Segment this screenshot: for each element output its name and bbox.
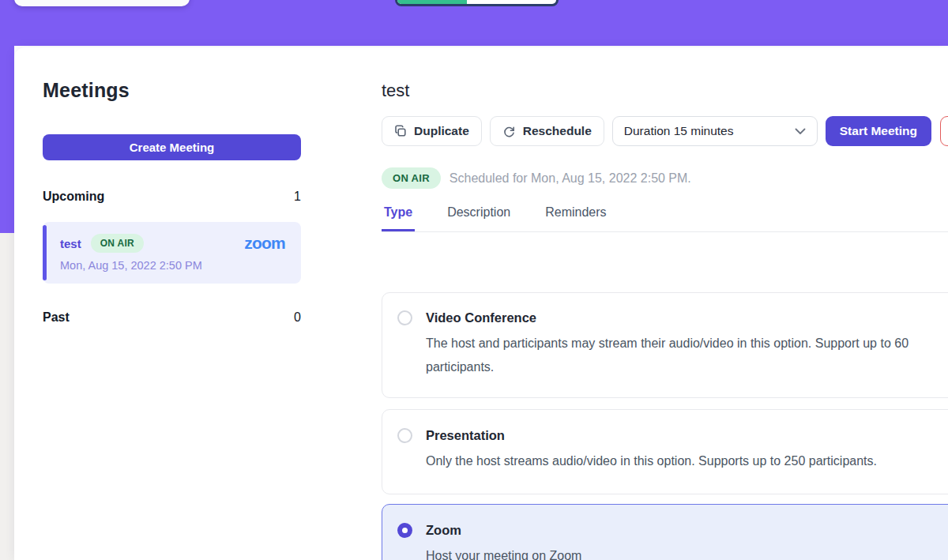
duplicate-button[interactable]: Duplicate (382, 116, 482, 146)
radio-checked-icon[interactable] (397, 523, 412, 538)
past-section-header[interactable]: Past 0 (43, 310, 301, 325)
top-progress-bar (395, 0, 559, 6)
option-video-conference[interactable]: Video Conference The host and participan… (382, 292, 948, 398)
meeting-detail-panel: test Duplicate Reschedul (330, 47, 948, 560)
option-title: Video Conference (426, 310, 536, 325)
option-description: The host and participants may stream the… (426, 332, 948, 379)
copy-icon (394, 125, 407, 137)
progress-fill (397, 0, 467, 4)
left-purple-band (0, 46, 14, 233)
radio-unchecked-icon[interactable] (397, 310, 412, 325)
duration-select[interactable]: Duration 15 minutes (612, 116, 818, 146)
header-billboard (0, 0, 948, 46)
option-title: Zoom (426, 523, 461, 538)
past-count: 0 (294, 310, 301, 325)
option-desc-line: Only the host streams audio/video in thi… (426, 449, 948, 473)
option-title: Presentation (426, 428, 505, 443)
start-meeting-button[interactable]: Start Meeting (826, 116, 931, 146)
option-description: Only the host streams audio/video in thi… (426, 449, 948, 473)
reschedule-label: Reschedule (523, 124, 592, 138)
on-air-status-badge: ON AIR (382, 167, 441, 189)
meeting-name: test (60, 237, 81, 250)
reschedule-button[interactable]: Reschedule (490, 116, 604, 146)
sidebar-title: Meetings (43, 79, 301, 101)
on-air-badge: ON AIR (91, 234, 144, 253)
tab-description[interactable]: Description (445, 205, 513, 231)
upcoming-section-header[interactable]: Upcoming 1 (43, 190, 301, 204)
option-desc-line: participants. (426, 355, 948, 379)
option-zoom[interactable]: Zoom Host your meeting on Zoom (382, 504, 948, 560)
tab-type[interactable]: Type (382, 205, 415, 231)
app-card: Meetings Create Meeting Upcoming 1 test … (14, 47, 948, 560)
upcoming-label: Upcoming (43, 190, 104, 204)
option-desc-line: The host and participants may stream the… (426, 332, 948, 355)
option-description: Host your meeting on Zoom (426, 544, 948, 560)
detail-tabs: Type Description Reminders (382, 205, 948, 232)
meeting-datetime: Mon, Aug 15, 2022 2:50 PM (60, 259, 285, 272)
meeting-type-options: Video Conference The host and participan… (382, 292, 948, 560)
selected-accent-bar (43, 225, 47, 280)
past-label: Past (43, 310, 70, 325)
option-presentation[interactable]: Presentation Only the host streams audio… (382, 409, 948, 494)
tab-reminders[interactable]: Reminders (543, 205, 608, 231)
refresh-icon (502, 125, 516, 138)
meeting-title: test (382, 79, 948, 103)
duplicate-label: Duplicate (414, 124, 469, 138)
radio-unchecked-icon[interactable] (397, 428, 412, 443)
meeting-toolbar: Duplicate Reschedule Duration 15 minutes (382, 116, 948, 146)
top-floating-panel (14, 0, 190, 6)
create-meeting-button[interactable]: Create Meeting (43, 134, 301, 160)
status-row: ON AIR Scheduled for Mon, Aug 15, 2022 2… (382, 167, 948, 189)
zoom-logo: zoom (244, 235, 285, 251)
left-gutter (0, 233, 14, 560)
meeting-list-item[interactable]: test ON AIR zoom Mon, Aug 15, 2022 2:50 … (43, 222, 301, 284)
upcoming-count: 1 (294, 190, 301, 204)
option-desc-line: Host your meeting on Zoom (426, 544, 948, 560)
chevron-down-icon (795, 128, 806, 135)
meetings-sidebar: Meetings Create Meeting Upcoming 1 test … (14, 47, 330, 560)
duration-value: Duration 15 minutes (624, 124, 734, 138)
scheduled-text: Scheduled for Mon, Aug 15, 2022 2:50 PM. (450, 171, 691, 186)
delete-meeting-button[interactable] (940, 116, 948, 146)
